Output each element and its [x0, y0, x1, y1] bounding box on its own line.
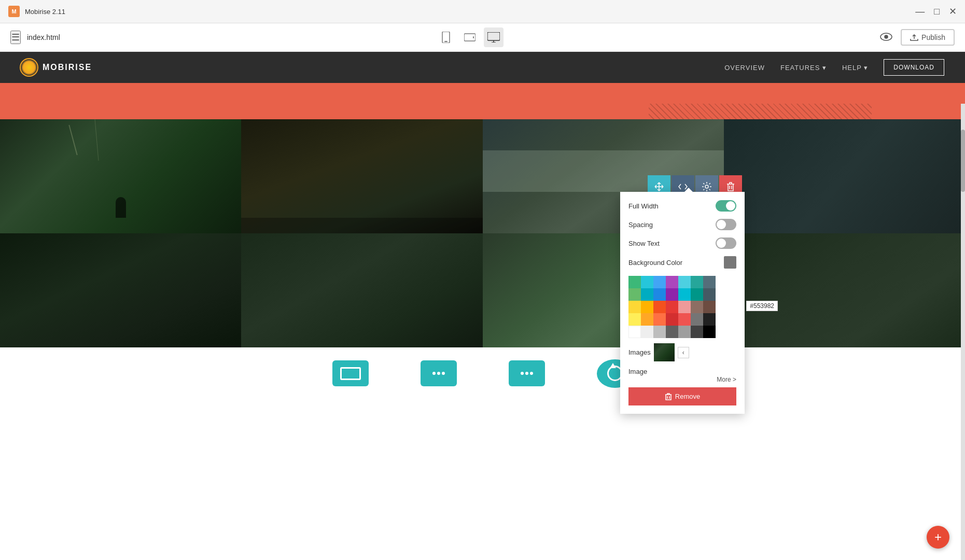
color-swatch[interactable] [678, 288, 691, 301]
preview-button[interactable] [880, 32, 892, 44]
mobile-device-button[interactable] [436, 27, 456, 47]
color-swatch[interactable] [678, 313, 691, 326]
filename-label: index.html [27, 33, 60, 41]
color-swatch[interactable] [653, 276, 666, 288]
show-text-label: Show Text [628, 240, 660, 247]
color-swatch[interactable] [653, 301, 666, 313]
full-width-toggle[interactable] [716, 200, 736, 212]
scrollbar-thumb[interactable] [961, 130, 965, 192]
color-swatch[interactable] [666, 276, 678, 288]
color-swatch[interactable] [653, 313, 666, 326]
maximize-button[interactable]: □ [934, 7, 940, 16]
publish-label: Publish [921, 33, 945, 41]
feature-icon-2 [421, 360, 457, 386]
close-button[interactable]: ✕ [949, 7, 957, 16]
image-gallery [0, 119, 965, 347]
images-section: Images ‹ Image More > [628, 343, 736, 383]
add-block-button[interactable]: + [927, 526, 949, 549]
site-logo: MOBIRISE [21, 59, 92, 76]
app-title: Mobirise 2.11 [25, 8, 65, 16]
color-swatch[interactable] [666, 326, 678, 338]
color-swatch[interactable] [641, 326, 653, 338]
svg-rect-4 [487, 32, 500, 40]
download-button[interactable]: DOWNLOAD [884, 59, 944, 76]
icon-item-2 [421, 360, 457, 386]
scrollbar[interactable] [961, 104, 965, 560]
desktop-device-button[interactable] [484, 27, 504, 47]
color-swatch[interactable] [678, 301, 691, 313]
color-swatch[interactable] [666, 301, 678, 313]
color-swatch[interactable] [666, 313, 678, 326]
bg-color-swatch[interactable] [724, 256, 736, 269]
color-swatch[interactable] [678, 276, 691, 288]
icon-item-3 [509, 360, 545, 386]
gallery-item-4 [724, 119, 965, 233]
color-row-4 [628, 313, 736, 326]
show-text-toggle[interactable] [716, 237, 736, 249]
svg-rect-1 [444, 41, 447, 42]
hex-value-display: #553982 [746, 301, 778, 311]
image-thumbnail[interactable] [654, 343, 675, 361]
show-text-setting: Show Text [628, 237, 736, 249]
color-swatch[interactable] [703, 313, 716, 326]
color-swatch[interactable] [703, 288, 716, 301]
color-swatch[interactable] [691, 301, 703, 313]
color-swatch[interactable] [641, 276, 653, 288]
svg-point-7 [705, 185, 708, 188]
title-bar: M Mobirise 2.11 — □ ✕ [0, 0, 965, 23]
image-label: Image [628, 368, 647, 375]
minimize-button[interactable]: — [915, 7, 925, 16]
color-swatch[interactable] [628, 326, 641, 338]
color-swatch[interactable] [678, 326, 691, 338]
nav-overview[interactable]: OVERVIEW [724, 64, 765, 72]
image-label-row: Image [628, 367, 736, 376]
color-swatch[interactable] [691, 288, 703, 301]
feature-icon-3 [509, 360, 545, 386]
color-row-2 [628, 288, 736, 301]
feature-icon-1 [332, 360, 369, 386]
title-bar-left: M Mobirise 2.11 [8, 6, 65, 17]
gallery-item-6 [241, 233, 482, 347]
toolbar: ☰ index.html [0, 23, 965, 52]
menu-button[interactable]: ☰ [10, 31, 21, 44]
color-swatch[interactable] [691, 276, 703, 288]
remove-button[interactable]: Remove [628, 387, 736, 405]
color-swatch[interactable] [703, 276, 716, 288]
color-swatch[interactable] [666, 288, 678, 301]
color-swatch[interactable] [653, 326, 666, 338]
color-swatch[interactable] [628, 276, 641, 288]
hero-area [0, 83, 965, 119]
color-swatch[interactable] [641, 301, 653, 313]
color-swatch[interactable] [703, 301, 716, 313]
full-width-toggle-knob [726, 201, 735, 211]
color-swatch[interactable] [628, 313, 641, 326]
device-selector [436, 27, 504, 47]
more-link[interactable]: More > [628, 376, 736, 383]
prev-image-button[interactable]: ‹ [678, 347, 689, 358]
full-width-label: Full Width [628, 202, 659, 210]
bottom-icons-area [0, 347, 965, 399]
nav-help[interactable]: HELP ▾ [842, 64, 868, 72]
color-swatch[interactable] [641, 288, 653, 301]
color-swatch[interactable] [628, 301, 641, 313]
color-swatch[interactable] [691, 326, 703, 338]
color-swatch[interactable] [703, 326, 716, 338]
spacing-toggle[interactable] [716, 219, 736, 230]
color-picker-section: #553982 [628, 276, 736, 338]
remove-label: Remove [675, 393, 700, 400]
gallery-item-5 [0, 233, 241, 347]
color-swatch[interactable] [628, 288, 641, 301]
tablet-device-button[interactable] [460, 27, 480, 47]
spacing-setting: Spacing [628, 219, 736, 230]
toolbar-right: Publish [880, 29, 955, 46]
site-name: MOBIRISE [43, 63, 92, 72]
nav-features[interactable]: FEATURES ▾ [780, 64, 827, 72]
color-swatch[interactable] [653, 288, 666, 301]
publish-button[interactable]: Publish [901, 29, 955, 46]
settings-panel: Full Width Spacing Show Text Background … [620, 192, 745, 414]
images-label: Images [628, 348, 651, 356]
color-swatch[interactable] [691, 313, 703, 326]
site-preview: MOBIRISE OVERVIEW FEATURES ▾ HELP ▾ DOWN… [0, 52, 965, 560]
app-logo: M [8, 6, 20, 17]
color-swatch[interactable] [641, 313, 653, 326]
